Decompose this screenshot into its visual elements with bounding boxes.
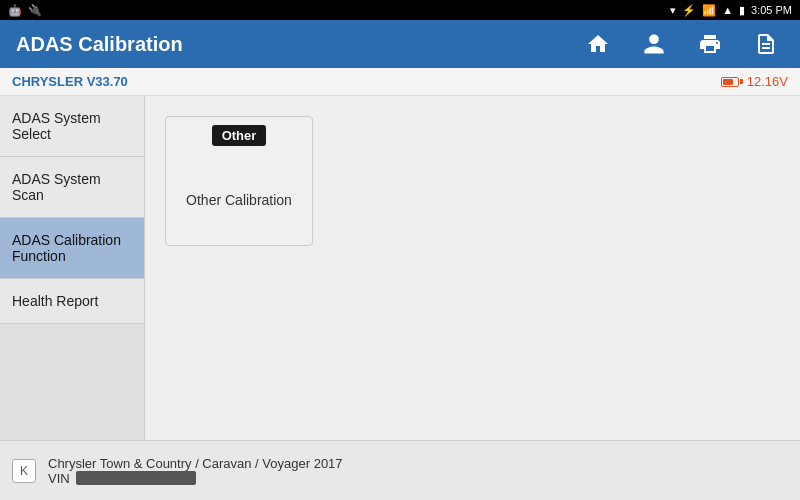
vin-label: VIN — [48, 471, 70, 486]
bluetooth-icon: ⚡ — [682, 4, 696, 17]
android-icon: 🤖 — [8, 4, 22, 17]
location-icon: ▾ — [670, 4, 676, 17]
header: ADAS Calibration — [0, 20, 800, 68]
battery-voltage: 12.16V — [721, 74, 788, 89]
battery-status: ▮ — [739, 4, 745, 17]
signal-icon: 📶 — [702, 4, 716, 17]
sidebar-item-adas-system-scan[interactable]: ADAS System Scan — [0, 157, 144, 218]
other-badge: Other — [212, 125, 267, 146]
collapse-button[interactable]: K — [12, 459, 36, 483]
sidebar-item-adas-calibration-function[interactable]: ADAS Calibration Function — [0, 218, 144, 279]
vin-row: VIN — [48, 471, 343, 486]
other-calibration-card[interactable]: Other Other Calibration — [165, 116, 313, 246]
header-actions — [580, 26, 784, 62]
usb-icon: 🔌 — [28, 4, 42, 17]
vehicle-name: Chrysler Town & Country / Caravan / Voya… — [48, 456, 343, 471]
wifi-icon: ▲ — [722, 4, 733, 16]
bottom-panel: K Chrysler Town & Country / Caravan / Vo… — [0, 440, 800, 500]
sub-header: CHRYSLER V33.70 12.16V — [0, 68, 800, 96]
status-left: 🤖 🔌 — [8, 4, 42, 17]
print-button[interactable] — [692, 26, 728, 62]
app-title: ADAS Calibration — [16, 33, 183, 56]
content-area: Other Other Calibration — [145, 96, 800, 440]
time-display: 3:05 PM — [751, 4, 792, 16]
home-button[interactable] — [580, 26, 616, 62]
status-bar: 🤖 🔌 ▾ ⚡ 📶 ▲ ▮ 3:05 PM — [0, 0, 800, 20]
voltage-value: 12.16V — [747, 74, 788, 89]
main-content: ADAS System Select ADAS System Scan ADAS… — [0, 96, 800, 440]
status-right: ▾ ⚡ 📶 ▲ ▮ 3:05 PM — [670, 4, 792, 17]
battery-icon — [721, 77, 743, 87]
other-calibration-label: Other Calibration — [178, 192, 300, 208]
export-button[interactable] — [748, 26, 784, 62]
vehicle-version: CHRYSLER V33.70 — [12, 74, 128, 89]
vin-value — [76, 471, 196, 485]
sidebar-item-health-report[interactable]: Health Report — [0, 279, 144, 324]
vehicle-info: Chrysler Town & Country / Caravan / Voya… — [48, 456, 343, 486]
sidebar-item-adas-system-select[interactable]: ADAS System Select — [0, 96, 144, 157]
sidebar: ADAS System Select ADAS System Scan ADAS… — [0, 96, 145, 440]
profile-button[interactable] — [636, 26, 672, 62]
